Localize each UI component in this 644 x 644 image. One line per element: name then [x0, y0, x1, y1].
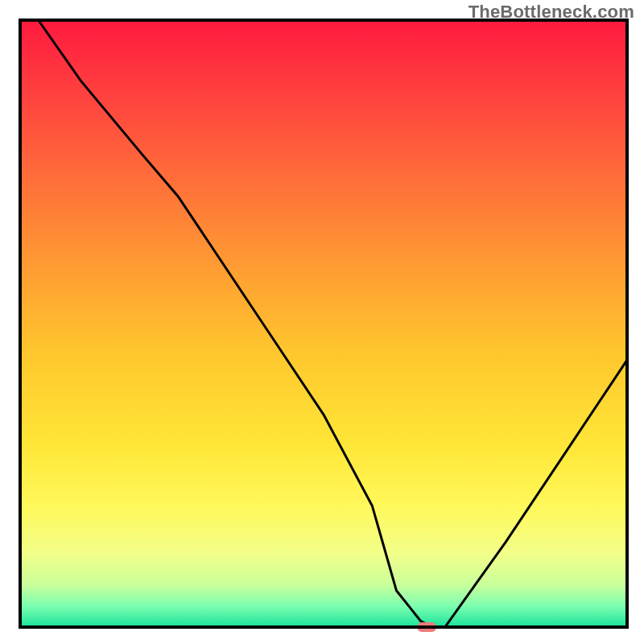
bottleneck-chart: [0, 0, 644, 644]
watermark-text: TheBottleneck.com: [469, 2, 634, 23]
plot-background: [20, 20, 627, 627]
plot-area: [20, 20, 627, 632]
